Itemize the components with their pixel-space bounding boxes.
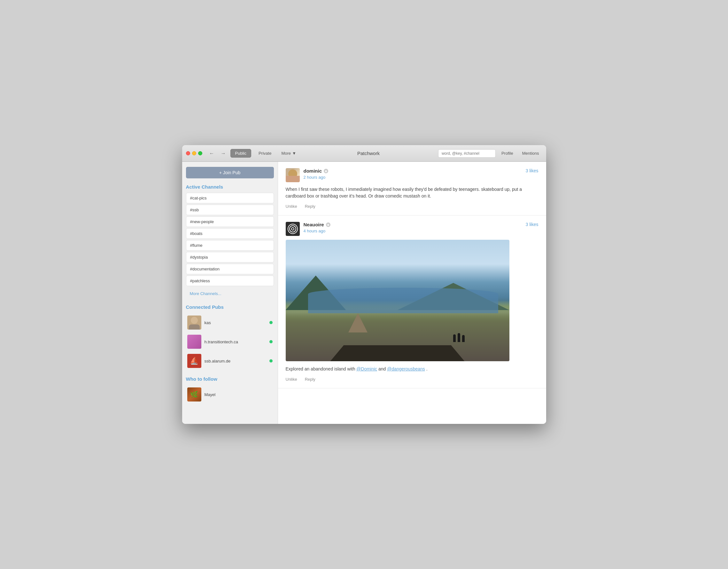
post-author-name[interactable]: dominic bbox=[304, 168, 322, 174]
caption-mid: and bbox=[378, 366, 387, 371]
post-card: dominic ◉ 2 hours ago 3 likes When I fir… bbox=[278, 162, 546, 215]
caption-end: . bbox=[426, 366, 428, 371]
feed: dominic ◉ 2 hours ago 3 likes When I fir… bbox=[278, 162, 546, 424]
likes-count[interactable]: 3 likes bbox=[526, 222, 538, 227]
mentions-button[interactable]: Mentions bbox=[519, 149, 542, 157]
more-label: More bbox=[281, 151, 291, 156]
water-area bbox=[308, 288, 498, 313]
person-silhouette bbox=[458, 333, 460, 342]
triangle-sign bbox=[348, 313, 368, 332]
forward-button[interactable]: → bbox=[219, 149, 228, 158]
author-avatar-neauoire[interactable] bbox=[286, 222, 300, 236]
public-tab[interactable]: Public bbox=[230, 149, 251, 158]
close-button[interactable] bbox=[186, 151, 190, 155]
post-body: When I first saw these robots, I immedia… bbox=[286, 186, 538, 199]
online-indicator bbox=[269, 321, 273, 324]
spiral-core bbox=[291, 227, 294, 230]
traffic-lights bbox=[186, 151, 202, 155]
who-to-follow-title: Who to follow bbox=[186, 376, 274, 382]
follow-name: Mayel bbox=[205, 392, 216, 397]
kas-body bbox=[189, 324, 200, 330]
caption-text: Explored an abandoned island with bbox=[286, 366, 355, 371]
app-window: ← → Public Private More ▼ Patchwork Prof… bbox=[182, 145, 546, 424]
channel-item[interactable]: #new-people bbox=[186, 216, 274, 227]
follow-item[interactable]: 🌿 Mayel bbox=[186, 385, 274, 404]
verified-icon: ◉ bbox=[326, 222, 330, 227]
verified-icon: ◉ bbox=[324, 169, 328, 173]
pub-item[interactable]: kas bbox=[186, 313, 274, 332]
online-indicator bbox=[269, 340, 273, 343]
pub-avatar-ssb: ⛵ bbox=[187, 354, 201, 368]
private-tab[interactable]: Private bbox=[254, 149, 276, 158]
pub-name: kas bbox=[205, 320, 266, 325]
post-actions: Unlike Reply bbox=[286, 377, 538, 382]
pub-avatar-kas bbox=[187, 316, 201, 330]
reply-button[interactable]: Reply bbox=[305, 377, 315, 382]
spiral-inner bbox=[289, 225, 296, 232]
follow-avatar-mayel: 🌿 bbox=[187, 387, 201, 401]
channel-item[interactable]: #ssb bbox=[186, 205, 274, 215]
chevron-down-icon: ▼ bbox=[292, 151, 296, 156]
post-actions: Unlike Reply bbox=[286, 204, 538, 209]
person-silhouette bbox=[453, 334, 456, 342]
reply-button[interactable]: Reply bbox=[305, 204, 315, 209]
unlike-button[interactable]: Unlike bbox=[286, 204, 297, 209]
who-to-follow-section: Who to follow 🌿 Mayel bbox=[186, 376, 274, 404]
channel-item[interactable]: #flume bbox=[186, 240, 274, 251]
online-indicator bbox=[269, 359, 273, 362]
channel-item[interactable]: #cat-pics bbox=[186, 193, 274, 203]
channel-list: #cat-pics #ssb #new-people #boats #flume… bbox=[186, 193, 274, 286]
mention-dominic[interactable]: @Dominic bbox=[356, 366, 377, 371]
pub-item[interactable]: h.transitiontech.ca bbox=[186, 332, 274, 351]
person-silhouette bbox=[462, 335, 465, 342]
minimize-button[interactable] bbox=[192, 151, 196, 155]
post-meta: dominic ◉ 2 hours ago bbox=[304, 168, 526, 180]
active-channels-title: Active Channels bbox=[186, 184, 274, 190]
more-channels-link[interactable]: More Channels... bbox=[186, 289, 274, 299]
channel-item[interactable]: #dystopia bbox=[186, 252, 274, 262]
post-author-row: Neauoire ◉ bbox=[304, 222, 526, 227]
foreground-path bbox=[330, 329, 465, 361]
join-pub-button[interactable]: + Join Pub bbox=[186, 167, 274, 178]
channel-item[interactable]: #patchless bbox=[186, 276, 274, 286]
back-button[interactable]: ← bbox=[207, 149, 216, 158]
post-author-name[interactable]: Neauoire bbox=[304, 222, 324, 227]
post-time[interactable]: 4 hours ago bbox=[304, 229, 326, 233]
pub-name: h.transitiontech.ca bbox=[205, 339, 266, 344]
titlebar: ← → Public Private More ▼ Patchwork Prof… bbox=[182, 145, 546, 162]
people-silhouettes bbox=[453, 333, 465, 342]
post-author-row: dominic ◉ bbox=[304, 168, 526, 174]
post-header: Neauoire ◉ 4 hours ago 3 likes bbox=[286, 222, 538, 236]
likes-count[interactable]: 3 likes bbox=[526, 168, 538, 173]
profile-button[interactable]: Profile bbox=[498, 149, 516, 157]
post-caption: Explored an abandoned island with @Domin… bbox=[286, 366, 538, 372]
kas-face bbox=[191, 317, 198, 324]
pub-item[interactable]: ⛵ ssb.alarum.de bbox=[186, 351, 274, 370]
post-image bbox=[286, 240, 509, 361]
post-card: Neauoire ◉ 4 hours ago 3 likes bbox=[278, 215, 546, 388]
spiral-icon bbox=[288, 224, 298, 234]
app-title: Patchwork bbox=[301, 151, 436, 156]
post-header: dominic ◉ 2 hours ago 3 likes bbox=[286, 168, 538, 182]
pub-name: ssb.alarum.de bbox=[205, 359, 266, 363]
landscape-photo bbox=[286, 240, 509, 361]
maximize-button[interactable] bbox=[198, 151, 202, 155]
ship-icon: ⛵ bbox=[190, 357, 198, 365]
post-time[interactable]: 2 hours ago bbox=[304, 175, 326, 180]
connected-pubs-title: Connected Pubs bbox=[186, 304, 274, 310]
pub-avatar-transitiontech bbox=[187, 335, 201, 349]
connected-pubs-section: Connected Pubs kas h.transitiontech.ca bbox=[186, 304, 274, 370]
more-button[interactable]: More ▼ bbox=[279, 149, 299, 157]
sidebar: + Join Pub Active Channels #cat-pics #ss… bbox=[182, 162, 278, 424]
channel-item[interactable]: #documentation bbox=[186, 264, 274, 274]
unlike-button[interactable]: Unlike bbox=[286, 377, 297, 382]
search-input[interactable] bbox=[438, 149, 496, 158]
channel-item[interactable]: #boats bbox=[186, 228, 274, 239]
author-avatar-dominic[interactable] bbox=[286, 168, 300, 182]
mention-dangerousbeans[interactable]: @dangerousbeans bbox=[387, 366, 425, 371]
main-layout: + Join Pub Active Channels #cat-pics #ss… bbox=[182, 162, 546, 424]
post-meta: Neauoire ◉ 4 hours ago bbox=[304, 222, 526, 234]
